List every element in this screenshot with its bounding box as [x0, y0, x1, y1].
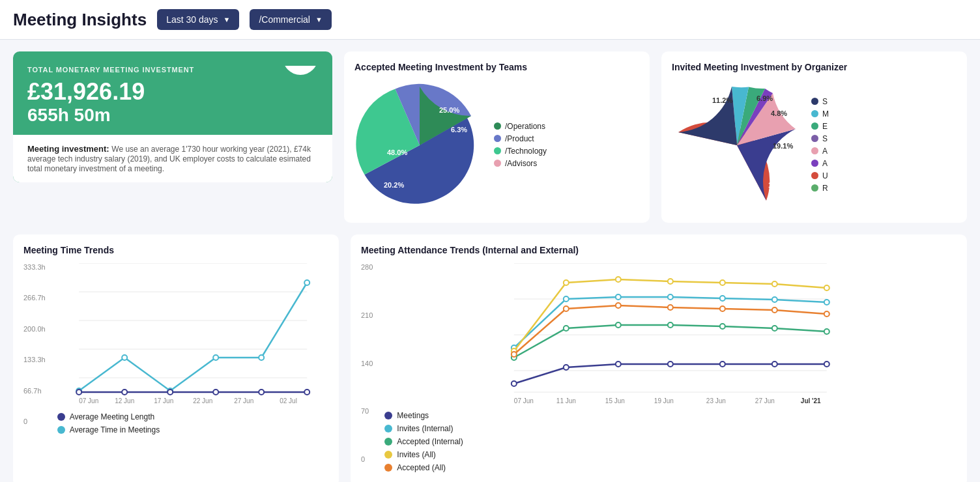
svg-text:25.0%: 25.0%	[439, 106, 459, 114]
svg-point-26	[259, 390, 264, 395]
svg-text:42.2%: 42.2%	[697, 158, 717, 166]
svg-point-17	[122, 355, 127, 360]
legend-dot	[811, 98, 818, 105]
svg-point-59	[824, 329, 829, 334]
legend-item: Accepted (Internal)	[384, 437, 957, 446]
line-chart-2-svg-wrap: 07 Jun 11 Jun 15 Jun 19 Jun 23 Jun 27 Ju…	[384, 263, 957, 476]
legend-item: Average Time in Meetings	[57, 425, 328, 434]
legend-dot	[811, 110, 818, 117]
svg-point-72	[772, 307, 777, 313]
svg-point-68	[564, 306, 569, 311]
svg-text:20.2%: 20.2%	[384, 181, 404, 189]
svg-point-48	[616, 294, 621, 300]
svg-text:27 Jun: 27 Jun	[755, 397, 775, 404]
line-chart-1-title: Meeting Time Trends	[23, 245, 328, 255]
svg-point-41	[616, 362, 621, 367]
legend-item: M	[811, 109, 829, 119]
svg-point-52	[824, 300, 829, 305]
legend-item: Meetings	[384, 411, 957, 420]
invest-amount: £31,926.19	[27, 79, 318, 105]
y-axis-2: 280 210 140 70 0	[361, 263, 377, 476]
svg-point-73	[824, 311, 829, 317]
svg-point-65	[772, 281, 777, 287]
svg-text:27 Jun: 27 Jun	[234, 397, 253, 404]
pie-chart-2-panel: Invited Meeting Investment by Organizer	[661, 51, 967, 223]
legend-item: Invites (All)	[384, 450, 957, 459]
pie-svg-1: 48.0% 20.2% 25.0% 6.3%	[354, 80, 485, 210]
pie-chart-2-legend: S M E S A	[811, 97, 829, 196]
svg-text:19.1%: 19.1%	[773, 142, 793, 150]
chevron-down-icon: ▼	[223, 16, 231, 23]
svg-text:6.3%: 6.3%	[451, 126, 467, 134]
svg-text:4.8%: 4.8%	[771, 109, 787, 117]
svg-text:23 Jun: 23 Jun	[706, 397, 726, 404]
svg-point-42	[668, 362, 673, 367]
pie-chart-1-panel: Accepted Meeting Investment by Teams 48.…	[344, 51, 650, 223]
legend-item: A	[811, 147, 829, 156]
svg-text:Jul '21: Jul '21	[801, 397, 821, 404]
legend-dot	[384, 412, 392, 419]
line-chart-1-svg-wrap: 07 Jun 12 Jun 17 Jun 22 Jun 27 Jun 02 Ju…	[57, 263, 328, 438]
svg-point-23	[122, 390, 127, 395]
svg-text:12 Jun: 12 Jun	[115, 397, 134, 404]
svg-text:15 Jun: 15 Jun	[605, 397, 625, 404]
svg-point-44	[772, 362, 777, 367]
line-chart-2-legend: Meetings Invites (Internal) Accepted (In…	[384, 411, 957, 476]
invest-time: 655h 50m	[27, 105, 318, 126]
legend-dot	[494, 147, 501, 154]
svg-point-25	[213, 390, 218, 395]
invest-description: Meeting investment: We use an average 1'…	[13, 135, 332, 182]
svg-point-56	[668, 322, 673, 328]
bottom-row: Meeting Time Trends 333.3h 266.7h 200.0h…	[13, 234, 967, 482]
legend-dot	[811, 135, 818, 142]
svg-point-55	[616, 322, 621, 328]
legend-dot	[384, 438, 392, 446]
svg-point-69	[616, 303, 621, 308]
svg-point-57	[720, 324, 725, 329]
svg-text:11.2%: 11.2%	[712, 96, 732, 104]
invest-bottom-label: Meeting investment:	[27, 144, 109, 154]
svg-point-71	[720, 306, 725, 311]
legend-item: Average Meeting Length	[57, 412, 328, 421]
page-title: Meeting Insights	[13, 10, 147, 30]
svg-point-63	[668, 279, 673, 284]
legend-item: /Operations	[494, 122, 547, 131]
svg-point-19	[213, 355, 218, 360]
legend-item: R	[811, 184, 829, 193]
svg-point-39	[512, 381, 517, 386]
svg-text:17 Jun: 17 Jun	[154, 397, 173, 404]
legend-dot	[384, 451, 392, 459]
legend-item: /Advisors	[494, 159, 547, 168]
svg-point-24	[167, 390, 173, 395]
legend-dot	[811, 122, 818, 130]
pie-svg-2: 42.2% 12.8% 19.1% 11.2% 6.9% 4.8%	[672, 80, 802, 210]
svg-point-43	[720, 362, 725, 367]
top-row: TOTAL MONETARY MEETING INVESTMENT £31,92…	[13, 51, 967, 223]
legend-item: E	[811, 122, 829, 131]
main-content: TOTAL MONETARY MEETING INVESTMENT £31,92…	[0, 40, 980, 482]
team-filter-dropdown[interactable]: /Commercial ▼	[250, 9, 331, 30]
line-chart-1-legend: Average Meeting Length Average Time in M…	[57, 412, 328, 434]
line-chart-1-panel: Meeting Time Trends 333.3h 266.7h 200.0h…	[13, 234, 339, 482]
svg-point-67	[512, 352, 517, 357]
pie-chart-1: 48.0% 20.2% 25.0% 6.3% /Operations /Prod…	[354, 80, 639, 212]
legend-item: /Product	[494, 134, 547, 143]
line-svg-1: 07 Jun 12 Jun 17 Jun 22 Jun 27 Jun 02 Ju…	[57, 263, 328, 406]
date-filter-dropdown[interactable]: Last 30 days ▼	[157, 9, 239, 30]
legend-dot	[811, 147, 818, 154]
legend-dot	[494, 135, 501, 142]
pie-chart-1-legend: /Operations /Product /Technology /Adviso…	[494, 122, 547, 171]
chevron-down-icon: ▼	[315, 16, 323, 23]
svg-point-27	[304, 390, 310, 395]
legend-dot	[811, 172, 818, 179]
svg-point-50	[720, 296, 725, 301]
legend-dot	[57, 426, 65, 434]
pie-chart-2-title: Invited Meeting Investment by Organizer	[672, 62, 957, 72]
legend-item: /Technology	[494, 147, 547, 156]
investment-card: TOTAL MONETARY MEETING INVESTMENT £31,92…	[13, 51, 332, 182]
line-chart-1-content: 333.3h 266.7h 200.0h 133.3h 66.7h 0	[23, 263, 328, 438]
line-chart-2-panel: Meeting Attendance Trends (Internal and …	[351, 234, 967, 482]
legend-item: A	[811, 159, 829, 168]
svg-text:07 Jun: 07 Jun	[79, 397, 98, 404]
svg-point-64	[720, 280, 725, 285]
